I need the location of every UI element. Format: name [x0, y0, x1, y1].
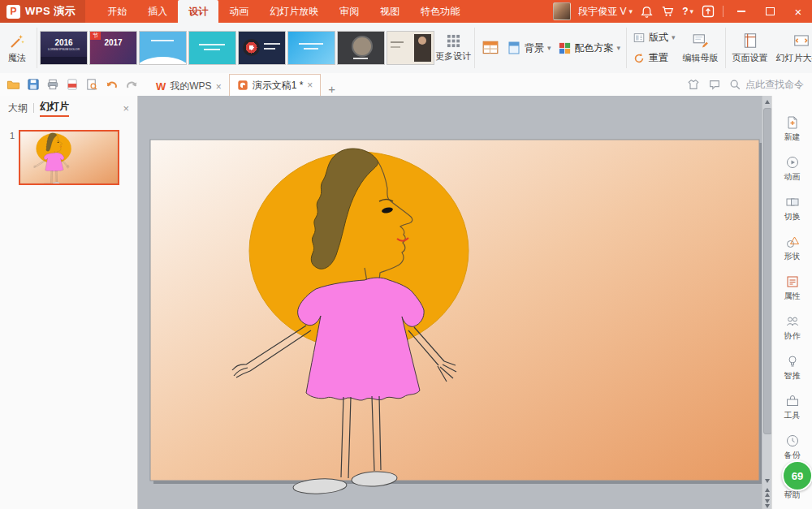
animation-icon: [785, 155, 800, 170]
skin-button skin-icon[interactable]: [687, 78, 700, 91]
print-preview-button preview-icon[interactable]: [85, 78, 98, 91]
template-thumbnail-cyan[interactable]: [287, 31, 335, 65]
feedback-button message-icon[interactable]: [708, 78, 721, 91]
design-table-icon: [482, 39, 499, 57]
sidebar-item-shapes[interactable]: 形状: [772, 228, 812, 268]
color-scheme-button[interactable]: 配色方案 ▾: [555, 41, 624, 55]
save-button save-icon[interactable]: [27, 78, 40, 91]
tab-my-wps[interactable]: W 我的WPS ×: [149, 77, 229, 96]
ribbon-separator: [37, 28, 37, 68]
titlebar: P WPS 演示 开始 插入 设计 动画 幻灯片放映 审阅 视图 特色功能 段宇…: [0, 0, 812, 23]
wps-presentation-window: P WPS 演示 开始 插入 设计 动画 幻灯片放映 审阅 视图 特色功能 段宇…: [0, 0, 812, 509]
panel-divider: [33, 103, 34, 113]
tab-home[interactable]: 开始: [97, 0, 137, 23]
template-thumbnail-teal[interactable]: [188, 31, 236, 65]
print-button printer-icon[interactable]: [46, 78, 59, 91]
sidebar-item-new[interactable]: 新建: [772, 109, 812, 149]
app-menu-button[interactable]: P WPS 演示: [0, 0, 85, 23]
reset-icon: [633, 52, 646, 65]
close-button[interactable]: ×: [788, 0, 809, 23]
page-setup-icon: [741, 32, 759, 50]
close-icon: ×: [795, 6, 802, 18]
tab-review[interactable]: 审阅: [329, 0, 369, 23]
template-thumbnail-snow[interactable]: [139, 31, 187, 65]
slide-editing-area[interactable]: [138, 96, 762, 509]
tab-animation[interactable]: 动画: [218, 0, 259, 23]
user-avatar[interactable]: [553, 2, 571, 20]
sidebar-item-collaborate[interactable]: 协作: [772, 308, 812, 347]
layout-button[interactable]: 版式 ▾: [629, 31, 679, 45]
magic-button[interactable]: 魔法: [0, 32, 34, 64]
user-menu[interactable]: 段宇俊亚 V ▾: [578, 5, 633, 19]
clock-icon: [785, 434, 800, 448]
close-icon[interactable]: ×: [123, 102, 129, 114]
sidebar-item-properties[interactable]: 属性: [772, 268, 812, 308]
maximize-button[interactable]: [759, 0, 780, 23]
close-icon[interactable]: ×: [216, 82, 222, 92]
color-scheme-icon: [558, 41, 572, 55]
doc-tab-label: 演示文稿1 *: [253, 79, 304, 93]
tab-slides[interactable]: 幻灯片: [40, 100, 69, 117]
previous-slide-button[interactable]: [762, 486, 771, 498]
template-thumbnail-2017[interactable]: 节 2017: [89, 31, 137, 65]
document-tab-bar: W 我的WPS × 演示文稿1 * × +: [149, 73, 343, 96]
export-pdf-button pdf-icon[interactable]: [66, 78, 79, 91]
tab-slideshow[interactable]: 幻灯片放映: [259, 0, 329, 23]
store-cart-button[interactable]: [661, 5, 675, 19]
arrow-down-icon: [765, 479, 770, 483]
right-sidebar: 新建 动画 切换 形状 属性: [771, 96, 812, 509]
new-tab-button[interactable]: +: [321, 82, 343, 96]
tab-view[interactable]: 视图: [369, 0, 410, 23]
points-badge[interactable]: 69: [782, 460, 812, 491]
tab-design[interactable]: 设计: [178, 0, 218, 23]
reset-button[interactable]: 重置: [629, 51, 679, 65]
template-thumbnail-record[interactable]: [238, 31, 286, 65]
chevron-down-icon: ▾: [547, 45, 551, 52]
tab-presentation-1[interactable]: 演示文稿1 * ×: [229, 74, 322, 96]
slide-size-icon: [793, 32, 810, 50]
slide-thumbnail-1[interactable]: [19, 130, 119, 185]
edit-master-label: 编辑母版: [683, 52, 719, 64]
next-slide-button[interactable]: [762, 498, 771, 509]
scroll-down-button[interactable]: [762, 475, 771, 486]
vertical-scrollbar[interactable]: [762, 96, 771, 509]
tab-outline[interactable]: 大纲: [8, 101, 28, 115]
minimize-button[interactable]: [731, 0, 752, 23]
design-table-button[interactable]: [477, 39, 503, 57]
reset-label: 重置: [649, 51, 668, 65]
undo-button undo-icon[interactable]: [105, 78, 119, 92]
tab-special-features[interactable]: 特色功能: [410, 0, 470, 23]
quick-icons: [0, 78, 145, 92]
open-folder-button folder-icon[interactable]: [6, 78, 20, 92]
snow-decoration: [139, 57, 187, 65]
page-setup-button[interactable]: 页面设置: [728, 32, 772, 64]
notification-bell-button[interactable]: [640, 5, 654, 19]
grid-icon: [447, 34, 460, 48]
sidebar-item-transition[interactable]: 切换: [772, 188, 812, 228]
titlebar-right: 段宇俊亚 V ▾ ? ▾: [553, 0, 812, 23]
sidebar-item-animation[interactable]: 动画: [772, 149, 812, 188]
sidebar-item-smart-recommend[interactable]: 智推: [772, 347, 812, 387]
slide-size-button[interactable]: 幻灯片大小 ▾: [772, 32, 812, 64]
help-menu-button[interactable]: ? ▾: [682, 6, 693, 17]
scroll-up-button[interactable]: [762, 96, 771, 107]
close-icon[interactable]: ×: [307, 80, 313, 90]
template-thumbnail-portrait[interactable]: [387, 31, 434, 65]
template-title: 2016: [41, 38, 87, 47]
background-button[interactable]: 背景 ▾: [503, 41, 555, 55]
search-label: 点此查找命令: [745, 78, 804, 92]
chevron-down-icon: ▾: [689, 8, 693, 15]
fullscreen-button[interactable]: [701, 4, 715, 19]
command-search[interactable]: 点此查找命令: [729, 78, 804, 92]
home-tab-label: 我的WPS: [170, 80, 211, 93]
template-thumbnail-music[interactable]: [337, 31, 385, 65]
slide-canvas[interactable]: [138, 96, 762, 509]
template-thumbnail-2016[interactable]: 2016 LOREM IPSUM DOLOR: [40, 31, 88, 65]
tab-insert[interactable]: 插入: [137, 0, 178, 23]
sidebar-item-tools[interactable]: 工具: [772, 387, 812, 427]
double-arrow-up-icon: [765, 488, 770, 492]
more-designs-button[interactable]: 更多设计: [434, 34, 472, 63]
layout-label: 版式: [649, 31, 668, 45]
edit-master-button[interactable]: 编辑母版: [679, 32, 723, 64]
redo-button redo-icon[interactable]: [125, 78, 139, 92]
